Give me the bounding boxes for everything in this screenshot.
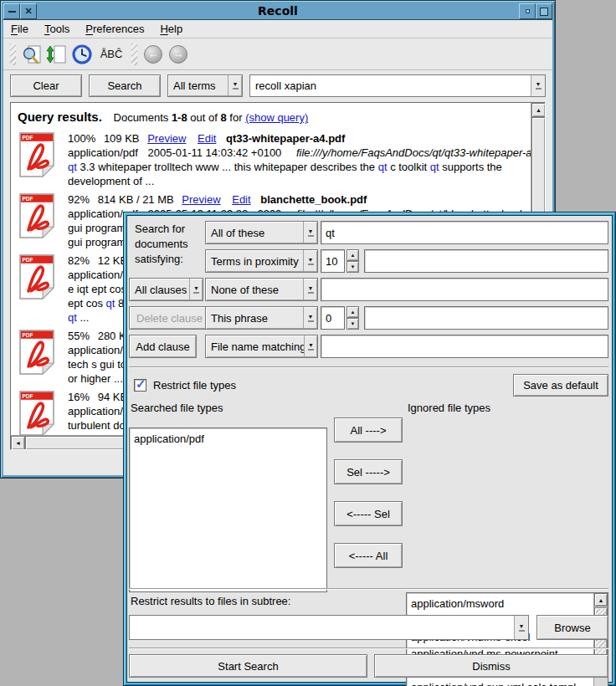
chevron-down-icon[interactable]: ▼ [303,279,317,300]
preview-link[interactable]: Preview [147,132,186,145]
delete-clause-button[interactable]: Delete clause [129,306,210,330]
clause-type-value-1: All of these [206,222,303,243]
pdf-file-icon: PDF [18,329,56,376]
close-button[interactable]: ✕ [20,3,37,19]
clause-type-select-5[interactable]: File name matching ▼ [205,335,318,358]
result-relevance: 16% [68,391,90,403]
result-relevance: 55% [68,330,90,342]
result-abstract: qt 3.3 whitepaper trolltech www ... this… [68,160,531,188]
pdf-file-icon: PDF [18,192,56,239]
separator [129,366,608,368]
separator [129,648,608,649]
subtree-input[interactable] [130,616,514,639]
results-header: Query results. Documents 1-8 out of 8 fo… [18,110,531,124]
close-icon: ✕ [24,7,32,16]
clause-terms-input-3[interactable] [321,278,608,301]
clear-button[interactable]: Clear [10,74,82,97]
chevron-down-icon[interactable]: ▼ [514,616,528,639]
edit-link[interactable]: Edit [232,193,250,206]
searched-file-types-label: Searched file types [131,402,223,414]
spin-down-button[interactable]: ▼ [346,261,359,273]
scroll-up-button[interactable]: ▲ [531,103,546,117]
spin-down-button[interactable]: ▼ [346,318,359,330]
menu-item-file[interactable]: File [11,23,28,35]
search-mode-value: All terms [168,75,228,96]
move-all-right-button[interactable]: All ----> [334,417,403,443]
preview-link[interactable]: Preview [182,193,220,206]
list-item[interactable]: application/msword [411,596,593,612]
pdf-file-icon: PDF [18,131,56,178]
spin-up-button[interactable]: ▲ [346,306,359,318]
clause-conjunction-select[interactable]: All clauses ▼ [129,278,203,301]
show-query-link[interactable]: (show query) [245,111,308,124]
subtree-combobox[interactable]: ▼ [129,615,529,640]
start-search-button[interactable]: Start Search [129,654,367,678]
clause-type-select-4[interactable]: This phrase ▼ [205,306,318,330]
searched-file-types-list[interactable]: application/pdf [129,427,327,592]
maximize-icon [540,8,548,16]
result-relevance: 82% [68,254,90,267]
sort-parameters-button[interactable] [44,43,69,66]
clause-terms-input-2[interactable] [364,249,608,273]
clause-type-select-1[interactable]: All of these ▼ [205,221,318,244]
result-filename: qt33-whitepaper-a4.pdf [226,132,345,145]
proximity-slack-spinner[interactable]: 10 ▲ ▼ [321,249,359,273]
document-history-button[interactable] [69,43,95,66]
phrase-slack-value[interactable]: 0 [321,306,345,330]
query-input[interactable]: recoll xapian [250,75,531,96]
restrict-file-types-checkbox[interactable]: ✓ [134,379,146,392]
toolbar-handle[interactable] [10,44,16,65]
menu-item-preferences[interactable]: Preferences [85,23,144,35]
query-combobox[interactable]: recoll xapian ▼ [249,74,546,97]
save-as-default-button[interactable]: Save as default [513,374,608,397]
clause-terms-input-4[interactable] [364,306,608,330]
search-mode-select[interactable]: All terms ▼ [167,74,243,97]
clause-terms-input-1[interactable]: qt [321,221,608,244]
toolbar-handle-2[interactable] [131,44,137,65]
chevron-down-icon[interactable]: ▼ [303,250,317,272]
maximize-button[interactable] [536,3,552,19]
separator [129,588,608,590]
sort-parameters-icon [46,44,68,65]
chevron-down-icon[interactable]: ▼ [303,222,317,243]
chevron-down-icon[interactable]: ▼ [189,279,203,300]
titlebar[interactable]: ✕ Recoll [3,3,552,20]
chevron-down-icon[interactable]: ▼ [304,335,317,357]
menu-item-tools[interactable]: Tools [44,23,69,35]
clause-type-value-4: This phrase [206,307,303,329]
browse-button[interactable]: Browse [536,615,608,640]
phrase-slack-spinner[interactable]: 0 ▲ ▼ [321,306,359,330]
dismiss-button[interactable]: Dismiss [374,654,608,678]
clause-type-select-2[interactable]: Terms in proximity ▼ [205,249,318,273]
list-item[interactable]: application/vnd.sun.xml.calc.templ [411,679,593,686]
move-selected-right-button[interactable]: Sel -----> [334,459,403,484]
iconify-button[interactable] [519,3,536,19]
move-selected-left-button[interactable]: <----- Sel [334,501,403,526]
minimize-button[interactable] [3,3,20,19]
scroll-left-button[interactable]: ◄ [11,436,25,450]
back-button[interactable]: ← [141,43,166,66]
clause-terms-input-5[interactable] [321,335,608,358]
restrict-file-types-label[interactable]: Restrict file types [153,379,236,392]
scroll-up-button[interactable]: ▲ [594,593,608,607]
move-all-left-button[interactable]: <----- All [334,543,403,568]
chevron-down-icon[interactable]: ▼ [303,307,317,329]
advanced-search-button[interactable] [19,43,44,66]
search-button[interactable]: Search [89,74,161,97]
result-text: 100% 109 KB Preview Edit qt33-whitepaper… [68,131,531,188]
query-history-dropdown-icon[interactable]: ▼ [531,75,545,96]
ignored-file-types-label: Ignored file types [408,402,490,414]
result-filename: blanchette_book.pdf [260,193,367,206]
result-item[interactable]: PDF 100% 109 KB Preview Edit qt33-whitep… [18,131,531,188]
iconify-icon [526,9,530,13]
proximity-slack-value[interactable]: 10 [321,249,345,273]
menu-item-help[interactable]: Help [160,23,182,35]
spin-up-button[interactable]: ▲ [346,249,359,261]
list-item[interactable]: application/pdf [134,431,326,448]
clause-type-select-3[interactable]: None of these ▼ [205,278,318,301]
term-explorer-button[interactable]: ÅBĈ [95,43,128,66]
chevron-down-icon[interactable]: ▼ [228,75,242,96]
edit-link[interactable]: Edit [198,132,216,145]
add-clause-button[interactable]: Add clause [129,335,197,358]
forward-button[interactable]: → [166,43,191,66]
